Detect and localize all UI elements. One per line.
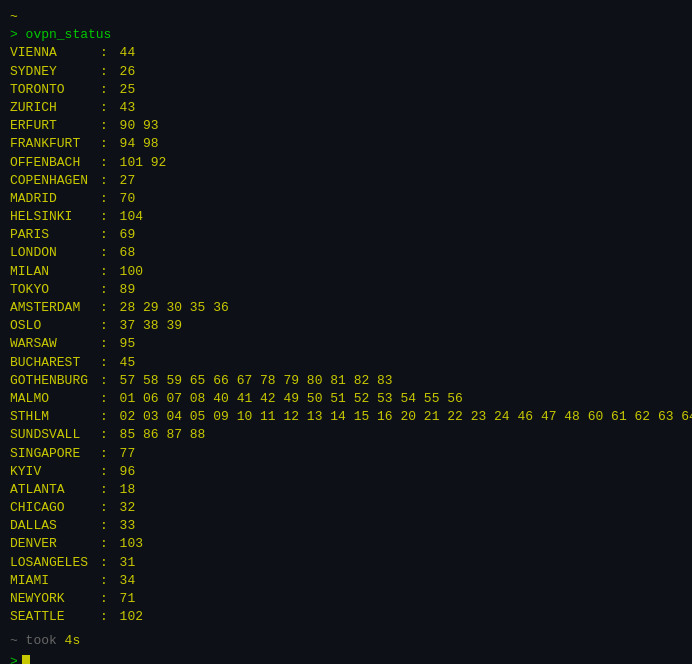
- cursor: [22, 655, 30, 664]
- table-row: AMSTERDAM : 28 29 30 35 36: [10, 299, 682, 317]
- colon-separator: :: [100, 499, 116, 517]
- city-values: 68: [120, 244, 136, 262]
- colon-separator: :: [100, 208, 116, 226]
- table-row: DENVER : 103: [10, 535, 682, 553]
- table-row: WARSAW : 95: [10, 335, 682, 353]
- city-values: 25: [120, 81, 136, 99]
- table-row: ZURICH : 43: [10, 99, 682, 117]
- table-row: PARIS : 69: [10, 226, 682, 244]
- table-row: MADRID : 70: [10, 190, 682, 208]
- table-row: VIENNA : 44: [10, 44, 682, 62]
- city-name: OSLO: [10, 317, 100, 335]
- city-name: PARIS: [10, 226, 100, 244]
- table-row: STHLM : 02 03 04 05 09 10 11 12 13 14 15…: [10, 408, 682, 426]
- table-row: DALLAS : 33: [10, 517, 682, 535]
- table-row: MIAMI : 34: [10, 572, 682, 590]
- colon-separator: :: [100, 44, 116, 62]
- table-row: MILAN : 100: [10, 263, 682, 281]
- city-name: DALLAS: [10, 517, 100, 535]
- colon-separator: :: [100, 535, 116, 553]
- prompt-symbol: >: [10, 653, 18, 664]
- city-name: ATLANTA: [10, 481, 100, 499]
- city-name: LOSANGELES: [10, 554, 100, 572]
- city-values: 101 92: [120, 154, 167, 172]
- colon-separator: :: [100, 190, 116, 208]
- city-values: 44: [120, 44, 136, 62]
- colon-separator: :: [100, 517, 116, 535]
- city-name: FRANKFURT: [10, 135, 100, 153]
- city-name: OFFENBACH: [10, 154, 100, 172]
- colon-separator: :: [100, 335, 116, 353]
- colon-separator: :: [100, 117, 116, 135]
- city-name: MADRID: [10, 190, 100, 208]
- city-name: NEWYORK: [10, 590, 100, 608]
- city-name: WARSAW: [10, 335, 100, 353]
- city-name: VIENNA: [10, 44, 100, 62]
- city-name: TORONTO: [10, 81, 100, 99]
- colon-separator: :: [100, 172, 116, 190]
- table-row: NEWYORK : 71: [10, 590, 682, 608]
- table-row: SEATTLE : 102: [10, 608, 682, 626]
- table-row: TOKYO : 89: [10, 281, 682, 299]
- table-row: LONDON : 68: [10, 244, 682, 262]
- city-values: 45: [120, 354, 136, 372]
- colon-separator: :: [100, 263, 116, 281]
- colon-separator: :: [100, 135, 116, 153]
- city-name: MIAMI: [10, 572, 100, 590]
- colon-separator: :: [100, 608, 116, 626]
- city-values: 33: [120, 517, 136, 535]
- city-values: 43: [120, 99, 136, 117]
- city-name: SINGAPORE: [10, 445, 100, 463]
- colon-separator: :: [100, 390, 116, 408]
- colon-separator: :: [100, 281, 116, 299]
- city-values: 71: [120, 590, 136, 608]
- city-name: KYIV: [10, 463, 100, 481]
- colon-separator: :: [100, 426, 116, 444]
- colon-separator: :: [100, 81, 116, 99]
- table-row: TORONTO : 25: [10, 81, 682, 99]
- table-row: ERFURT : 90 93: [10, 117, 682, 135]
- city-name: TOKYO: [10, 281, 100, 299]
- city-values: 34: [120, 572, 136, 590]
- city-values: 70: [120, 190, 136, 208]
- city-values: 95: [120, 335, 136, 353]
- city-values: 104: [120, 208, 143, 226]
- table-row: SINGAPORE : 77: [10, 445, 682, 463]
- colon-separator: :: [100, 99, 116, 117]
- city-values: 103: [120, 535, 143, 553]
- city-values: 01 06 07 08 40 41 42 49 50 51 52 53 54 5…: [120, 390, 463, 408]
- city-name: SYDNEY: [10, 63, 100, 81]
- colon-separator: :: [100, 463, 116, 481]
- city-values: 57 58 59 65 66 67 78 79 80 81 82 83: [120, 372, 393, 390]
- city-name: COPENHAGEN: [10, 172, 100, 190]
- colon-separator: :: [100, 445, 116, 463]
- table-row: OSLO : 37 38 39: [10, 317, 682, 335]
- city-name: GOTHENBURG: [10, 372, 100, 390]
- colon-separator: :: [100, 408, 116, 426]
- table-row: COPENHAGEN: 27: [10, 172, 682, 190]
- city-values: 31: [120, 554, 136, 572]
- table-row: SUNDSVALL : 85 86 87 88: [10, 426, 682, 444]
- city-values: 96: [120, 463, 136, 481]
- city-values: 26: [120, 63, 136, 81]
- city-name: BUCHAREST: [10, 354, 100, 372]
- city-values: 89: [120, 281, 136, 299]
- city-name: STHLM: [10, 408, 100, 426]
- colon-separator: :: [100, 481, 116, 499]
- city-values: 69: [120, 226, 136, 244]
- colon-separator: :: [100, 63, 116, 81]
- city-values: 77: [120, 445, 136, 463]
- city-name: CHICAGO: [10, 499, 100, 517]
- took-value: 4s: [65, 632, 81, 650]
- city-name: HELSINKI: [10, 208, 100, 226]
- city-name: ZURICH: [10, 99, 100, 117]
- table-row: KYIV : 96: [10, 463, 682, 481]
- city-name: AMSTERDAM: [10, 299, 100, 317]
- colon-separator: :: [100, 154, 116, 172]
- table-row: HELSINKI : 104: [10, 208, 682, 226]
- table-row: OFFENBACH : 101 92: [10, 154, 682, 172]
- colon-separator: :: [100, 354, 116, 372]
- colon-separator: :: [100, 372, 116, 390]
- table-row: GOTHENBURG: 57 58 59 65 66 67 78 79 80 8…: [10, 372, 682, 390]
- cursor-line: >: [10, 653, 682, 664]
